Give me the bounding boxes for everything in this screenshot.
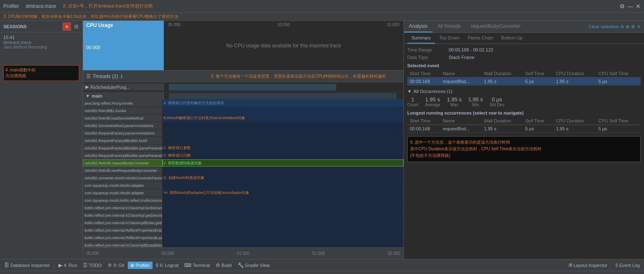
method-row[interactable]: retrofit2.RequestFactory.parseAnnotation… <box>83 130 403 137</box>
threads-menu-icon[interactable]: ☰ <box>86 73 91 79</box>
layout-toggle-button[interactable]: ⊟ <box>73 23 79 30</box>
tl-3: 01.500 <box>312 251 325 256</box>
method-bar-area[interactable]: D. 解析接口注解 <box>163 152 403 159</box>
method-bar-area[interactable]: C. 解析接口参数 <box>163 144 403 152</box>
toolbar-build[interactable]: ⚙ Build <box>213 262 234 269</box>
method-bar-area[interactable] <box>163 242 403 247</box>
method-row[interactable]: kotlin.reflect.jvm.internal.ReflectPrope… <box>83 227 403 234</box>
method-row[interactable]: kotlin.reflect.jvm.internal.ReflectPrope… <box>83 234 403 242</box>
cpu-chart[interactable]: No CPU usage data available for this imp… <box>164 21 403 70</box>
main-thread-track[interactable] <box>164 92 403 99</box>
session-item[interactable]: 15:41 dmtrace.trace Java Method Recordin… <box>0 32 83 52</box>
stat-average: 1.95 s Average <box>425 96 440 107</box>
cpu-time: 00.000 <box>86 45 100 50</box>
lr-cpu-self: 5 μs <box>596 125 641 133</box>
main-thread-label: main <box>92 93 102 98</box>
method-row[interactable]: retrofit2.RequestFactory$Builder.build <box>83 137 403 144</box>
threads-help-icon[interactable]: ℹ <box>121 73 123 79</box>
method-row[interactable]: retrofit2.Retrofit.loadServiceMethod B.R… <box>83 115 403 122</box>
method-row[interactable]: java.lang.reflect.Proxy.invoke A. 调用接口代理… <box>83 100 403 107</box>
method-rows-container[interactable]: java.lang.reflect.Proxy.invoke A. 调用接口代理… <box>83 100 403 247</box>
toolbar-git[interactable]: ⑨ 9: Git <box>105 262 126 269</box>
method-row[interactable]: retrofit2.RequestFactory$Builder.parsePa… <box>83 144 403 152</box>
tab-request[interactable]: requestBodyConverter <box>466 21 525 32</box>
rx-thread-track[interactable] <box>164 82 403 92</box>
method-row[interactable]: retrofit2.RequestFactory$Builder.parsePa… <box>83 152 403 159</box>
method-bar-area[interactable] <box>163 197 403 204</box>
method-row[interactable]: kotlin.reflect.jvm.internal.KClassImpl.g… <box>83 212 403 219</box>
method-bar-area[interactable] <box>163 182 403 189</box>
method-row[interactable]: com.squareup.moshi.Moshi.adapter <box>83 182 403 189</box>
logcat-icon: 6 <box>156 262 159 268</box>
tab-analysis[interactable]: Analysis <box>404 21 433 32</box>
method-row[interactable]: kotlin.reflect.jvm.internal.KClassImpl$D… <box>83 219 403 227</box>
method-row[interactable]: kotlin.reflect.jvm.internal.KClassImpl$D… <box>83 242 403 247</box>
method-bar-area[interactable] <box>163 167 403 174</box>
toolbar-todo[interactable]: ☰ TODO <box>80 262 104 269</box>
tl-4: 02.000 <box>387 251 400 256</box>
file-tab[interactable]: dmtrace.trace <box>26 3 56 9</box>
method-bar-area[interactable] <box>163 122 403 129</box>
tab-all-threads[interactable]: All threads <box>433 21 466 32</box>
center-panel: CPU Usage 00.000 No CPU usage data avail… <box>83 21 403 259</box>
method-bar-area[interactable] <box>163 204 403 211</box>
method-bar-area[interactable]: G. 创建Moshi转换器对象 <box>163 174 403 181</box>
minimize-icon[interactable]: — <box>627 3 633 10</box>
method-bar-area[interactable] <box>163 137 403 144</box>
toolbar-database-label: Database Inspector <box>10 263 50 268</box>
sub-tab-flamechart[interactable]: Flame Chart <box>464 33 497 44</box>
method-row[interactable]: retrofit2.Retrofit$1.invoke <box>83 107 403 115</box>
sel-cpu: 1.95 s <box>554 78 596 86</box>
lr-col-name: Name <box>440 117 481 125</box>
method-bar-area[interactable] <box>163 234 403 241</box>
method-bar-area[interactable] <box>163 219 403 226</box>
method-bar-area[interactable]: *H. 调用Moshi的adapter()方法创建JsonAdapter对象 <box>163 189 403 196</box>
method-bar-area[interactable] <box>163 227 403 234</box>
sub-tab-summary[interactable]: Summary <box>407 33 435 44</box>
rx-thread-label: RxSchedulerPurg... <box>90 85 130 90</box>
method-row[interactable]: com.squareup.moshi.kotlin.reflect.Kotlin… <box>83 197 403 204</box>
toolbar-logcat[interactable]: 6 6: Logcat <box>153 262 181 269</box>
method-bar-area[interactable]: B.Retrofit解析接口方法封装为ServiceMethod对象 <box>163 115 403 122</box>
expand-icon[interactable]: ▼ <box>407 89 412 94</box>
method-row[interactable]: retrofit2.converter.moshi.MoshiConverter… <box>83 174 403 182</box>
info-time-range: Time Range 00:00.168 - 00:02.122 <box>407 47 641 52</box>
stat-min: 1.95 s Min <box>468 96 483 107</box>
method-bar-area[interactable] <box>163 130 403 137</box>
method-row[interactable]: retrofit2.Retrofit.nextRequestBodyConver… <box>83 167 403 174</box>
method-row[interactable]: retrofit2.ServiceMethod.parseAnnotations <box>83 122 403 130</box>
method-name-cell: kotlin.reflect.jvm.internal.KClassImpl$D… <box>83 242 163 247</box>
timeline-mark-3: 15.000 <box>386 22 399 27</box>
rx-expand-icon[interactable]: ▶ <box>85 84 89 90</box>
close-icon[interactable]: ✕ <box>636 3 641 10</box>
method-row[interactable]: kotlin.reflect.jvm.internal.KClassImpl.i… <box>83 204 403 212</box>
settings-icon[interactable]: ⚙ <box>620 3 625 10</box>
data-type-value: Stack Frame <box>449 55 474 60</box>
method-name-cell: retrofit2.RequestFactory.parseAnnotation… <box>83 130 163 137</box>
toolbar-terminal[interactable]: ⌨ Terminal <box>182 262 212 269</box>
clear-selection-button[interactable]: Clear selection ⊖ ⊕ ⚙ ✕ <box>585 24 644 29</box>
method-row[interactable]: com.squareup.moshi.Moshi.adapter *H. 调用M… <box>83 189 403 197</box>
col-wall: Wall Duration <box>481 70 523 78</box>
sel-name: requestBod... <box>440 78 481 86</box>
col-cpu-self: CPU Self Time <box>596 70 641 78</box>
add-session-button[interactable]: + <box>63 22 71 31</box>
sub-tab-topdown[interactable]: Top Down <box>435 33 464 44</box>
method-row-selected[interactable]: retrofit2.Retrofit.requestBodyConverter … <box>83 159 403 167</box>
method-bar-area[interactable] <box>163 107 403 114</box>
method-name-cell: retrofit2.RequestFactory$Builder.parsePa… <box>83 144 163 152</box>
toolbar-database[interactable]: 🗄 Database Inspector <box>2 262 52 269</box>
toolbar-profiler[interactable]: ⊕ Profiler <box>128 262 153 269</box>
method-bar-selected[interactable]: F. 获取数据转换器对象 <box>163 159 403 166</box>
toolbar-layout-inspector[interactable]: ⊞ Layout Inspector <box>566 262 610 269</box>
sub-tab-bottomup[interactable]: Bottom Up <box>497 33 527 44</box>
toolbar-event-log[interactable]: 5 Event Log <box>613 262 642 269</box>
longest-row[interactable]: 00:00.168 requestBod... 1.95 s 5 μs 1.95… <box>407 125 641 133</box>
selected-event-row[interactable]: 00:00.168 requestBod... 1.95 s 5 μs 1.95… <box>407 78 641 86</box>
method-bar-area[interactable] <box>163 212 403 219</box>
toolbar-run[interactable]: ▶ 4: Run <box>56 262 79 269</box>
build-icon: ⚙ <box>216 262 220 268</box>
toolbar-gradle[interactable]: 🔧 Gradle View <box>235 262 272 269</box>
main-expand-icon[interactable]: ▼ <box>85 93 90 98</box>
method-bar-area[interactable]: A. 调用接口代理对象的方法发起请求 <box>163 100 403 107</box>
